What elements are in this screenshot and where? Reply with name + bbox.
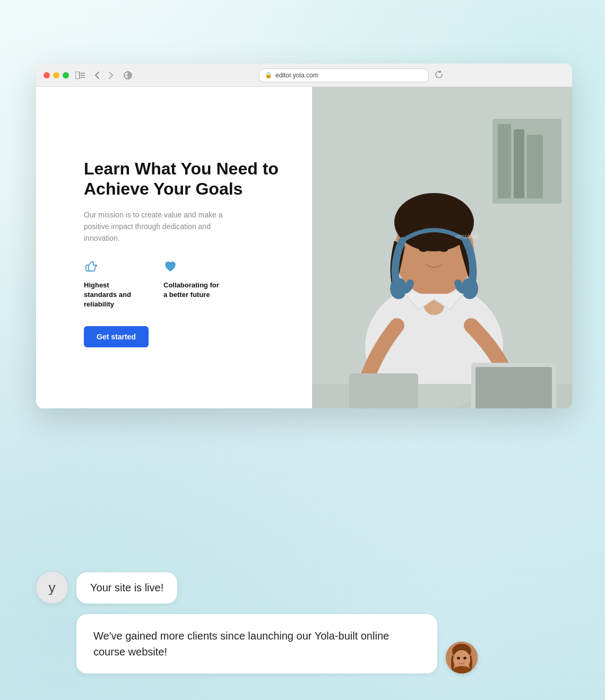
- yola-avatar-letter: y: [49, 580, 56, 596]
- hero-title: Learn What You Need to Achieve Your Goal…: [84, 159, 286, 199]
- get-started-button[interactable]: Get started: [84, 326, 149, 347]
- feature-item-2: Collaborating for a better future: [163, 259, 222, 310]
- svg-point-17: [390, 278, 407, 299]
- svg-point-18: [461, 278, 478, 299]
- user-avatar-photo: [446, 642, 478, 673]
- hero-subtitle: Our mission is to create value and make …: [84, 209, 232, 244]
- svg-point-31: [457, 657, 460, 660]
- yola-avatar: y: [36, 572, 68, 603]
- maximize-button[interactable]: [63, 72, 69, 78]
- feature-1-label: Highest standards and reliability: [84, 281, 142, 310]
- svg-point-16: [439, 246, 448, 252]
- website-content: Learn What You Need to Achieve Your Goal…: [36, 87, 572, 408]
- feature-2-label: Collaborating for a better future: [163, 281, 222, 300]
- svg-point-15: [419, 246, 428, 252]
- chat-text-1: Your site is live!: [76, 572, 177, 603]
- svg-rect-9: [527, 135, 543, 198]
- feature-item-1: Highest standards and reliability: [84, 259, 142, 310]
- svg-point-32: [463, 657, 466, 660]
- hero-image: unsplash: [312, 87, 572, 408]
- heart-icon: [163, 259, 222, 276]
- svg-rect-25: [349, 373, 418, 408]
- address-bar-wrap: 🔒 editor.yola.com: [139, 68, 565, 82]
- back-button[interactable]: [91, 69, 103, 81]
- chat-bubble-1: y Your site is live!: [36, 572, 572, 603]
- browser-window: 🔒 editor.yola.com Learn What You Need to…: [36, 64, 572, 408]
- chat-section: y Your site is live! We've gained more c…: [36, 572, 572, 673]
- close-button[interactable]: [44, 72, 50, 78]
- website-right-panel: unsplash: [312, 87, 572, 408]
- svg-rect-24: [476, 367, 552, 408]
- svg-text:unsplash: unsplash: [455, 233, 479, 239]
- url-text: editor.yola.com: [275, 72, 318, 79]
- svg-rect-8: [514, 129, 524, 198]
- svg-rect-7: [498, 124, 511, 198]
- website-left-panel: Learn What You Need to Achieve Your Goal…: [36, 87, 312, 408]
- chat-bubble-2: We've gained more clients since launchin…: [76, 614, 572, 673]
- svg-point-14: [424, 196, 466, 228]
- nav-buttons: [91, 69, 117, 81]
- browser-toolbar: 🔒 editor.yola.com: [36, 64, 572, 87]
- reload-button[interactable]: [433, 68, 445, 80]
- address-bar[interactable]: 🔒 editor.yola.com: [259, 68, 429, 82]
- thumbs-up-icon: [84, 259, 142, 276]
- forward-button[interactable]: [105, 69, 117, 81]
- svg-rect-0: [75, 72, 80, 79]
- traffic-lights: [44, 72, 69, 78]
- minimize-button[interactable]: [53, 72, 59, 78]
- chat-text-2: We've gained more clients since launchin…: [76, 614, 437, 673]
- sidebar-toggle-icon[interactable]: [74, 69, 86, 81]
- lock-icon: 🔒: [265, 72, 272, 78]
- theme-icon[interactable]: [122, 69, 134, 81]
- features-row: Highest standards and reliability Collab…: [84, 259, 286, 310]
